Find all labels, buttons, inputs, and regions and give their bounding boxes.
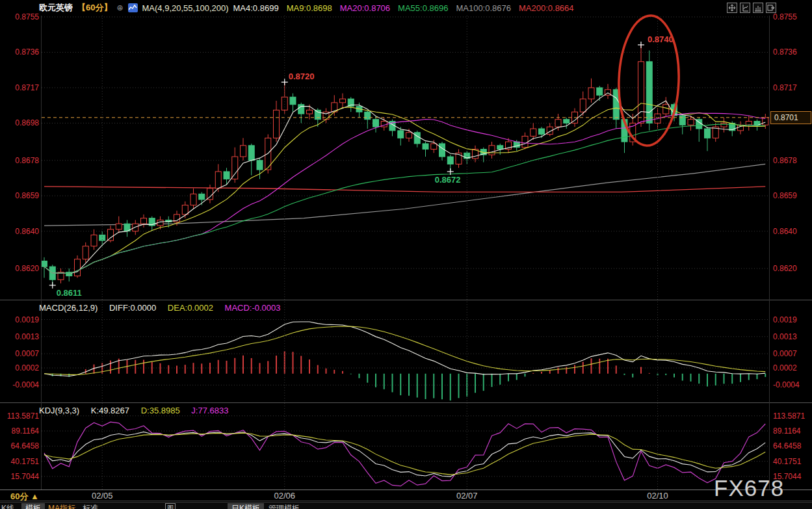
y-axis-tick: 89.1164 <box>773 426 811 436</box>
y-axis-tick: 0.8620 <box>1 264 39 273</box>
ma-value-label: MA55:0.8696 <box>398 3 448 13</box>
y-axis-tick: 0.0007 <box>1 349 39 358</box>
y-axis-tick: 0.8659 <box>1 191 39 200</box>
ma-value-label: MA100:0.8676 <box>456 3 511 13</box>
chart-type-icon[interactable] <box>128 3 138 12</box>
x-axis-scale-icon[interactable] <box>753 3 763 13</box>
kdj-k-value: K:49.8267 <box>91 406 129 415</box>
y-axis-tick: 0.0013 <box>1 332 39 341</box>
y-axis-tick: 0.0019 <box>773 315 811 324</box>
y-axis-tick: 0.8678 <box>773 156 811 165</box>
chart-toolbar <box>727 3 776 13</box>
x-axis: 60分 ▲ 02/0502/0602/0702/10 <box>0 491 812 501</box>
y-axis-tick: 0.8736 <box>773 47 811 57</box>
svg-text:0.8720: 0.8720 <box>289 72 315 81</box>
ma-values: MA4:0.8699MA9:0.8698MA20:0.8706MA55:0.86… <box>233 3 582 13</box>
kdj-title[interactable]: KDJ(9,3,3) <box>39 406 79 415</box>
bottom-toolbar-item[interactable]: MA指标 <box>48 503 75 509</box>
y-axis-tick: 40.1751 <box>1 457 39 466</box>
bottom-toolbar-item[interactable]: 标准 <box>83 503 98 509</box>
svg-text:0.8740: 0.8740 <box>648 34 674 44</box>
svg-text:0.8611: 0.8611 <box>57 288 82 298</box>
ma-value-label: MA20:0.8706 <box>340 3 390 13</box>
y-axis-tick: 0.8755 <box>773 12 811 21</box>
y-axis-tick: 0.8717 <box>1 83 39 92</box>
y-axis-tick: 113.5871 <box>1 411 39 421</box>
macd-header: MACD(26,12,9) DIFF:0.0000 DEA:0.0002 MAC… <box>39 303 290 313</box>
y-axis-tick: 89.1164 <box>1 426 39 436</box>
y-axis-tick: 0.8620 <box>773 264 811 273</box>
y-axis-tick: 64.6458 <box>773 441 811 450</box>
y-axis-tick: 15.7044 <box>773 472 811 481</box>
x-axis-date-label: 02/05 <box>92 491 113 501</box>
bottom-toolbar-item[interactable]: 管理模板 <box>268 503 300 509</box>
y-axis-tick: 0.8698 <box>1 118 39 127</box>
y-axis-tick: 0.8640 <box>1 227 39 236</box>
y-axis-tick: 0.8678 <box>1 156 39 165</box>
ma-value-label: MA4:0.8699 <box>233 3 279 13</box>
y-axis-tick: 0.0013 <box>773 332 811 341</box>
y-axis-tick: 0.8659 <box>773 191 811 200</box>
bottom-toolbar[interactable]: K线模板MA指标标准图日K模板管理模板 <box>0 502 812 509</box>
y-axis-tick: 113.5871 <box>773 411 811 421</box>
y-axis-tick: 0.0007 <box>773 349 811 358</box>
macd-macd-value: MACD:-0.0003 <box>225 303 281 313</box>
kdj-j-value: J:77.6833 <box>191 406 228 415</box>
y-axis-tick: 0.8755 <box>1 12 39 21</box>
y-axis-tick: -0.0004 <box>773 380 811 389</box>
macd-title[interactable]: MACD(26,12,9) <box>39 303 98 313</box>
symbol-title: 欧元英镑 <box>39 2 73 14</box>
bottom-toolbar-item[interactable]: 图 <box>165 503 176 509</box>
y-axis-scale-icon[interactable] <box>740 3 750 13</box>
chart-canvas[interactable]: 0.87200.87400.86720.8611 <box>0 0 812 509</box>
y-axis-tick: 40.1751 <box>773 457 811 466</box>
expand-icon[interactable]: ⊕ <box>116 3 123 12</box>
trading-chart-window: 0.87200.87400.86720.8611 欧元英镑 【60分】 ⊕ MA… <box>0 0 812 509</box>
bottom-toolbar-item[interactable]: 模板 <box>21 503 45 509</box>
pane-collapse-icon[interactable] <box>766 3 776 13</box>
chart-header: 欧元英镑 【60分】 ⊕ MA(4,9,20,55,100,200) MA4:0… <box>39 2 582 14</box>
period-arrow-icon: ▲ <box>31 491 39 501</box>
kdj-header: KDJ(9,3,3) K:49.8267 D:35.8985 J:77.6833 <box>39 406 237 415</box>
period-selector[interactable]: 【60分】 <box>77 2 112 14</box>
macd-diff-value: DIFF:0.0000 <box>109 303 156 313</box>
ma-settings-label[interactable]: MA(4,9,20,55,100,200) <box>142 3 229 13</box>
period-text: 60分 <box>10 491 28 501</box>
bottom-toolbar-item[interactable]: 日K模板 <box>228 503 264 509</box>
x-axis-date-label: 02/06 <box>274 491 295 501</box>
y-axis-tick: 0.8640 <box>773 227 811 236</box>
move-chart-icon[interactable] <box>727 3 737 13</box>
y-axis-tick: 0.0002 <box>773 363 811 372</box>
y-axis-tick: 15.7044 <box>1 472 39 481</box>
y-axis-tick: 64.6458 <box>1 441 39 450</box>
x-axis-date-label: 02/07 <box>456 491 478 501</box>
y-axis-tick: -0.0004 <box>1 380 39 389</box>
period-indicator[interactable]: 60分 ▲ <box>10 491 39 502</box>
ma-value-label: MA200:0.8664 <box>519 3 574 13</box>
y-axis-tick: 0.0019 <box>1 315 39 324</box>
y-axis-tick: 0.8717 <box>773 83 811 92</box>
x-axis-date-label: 02/10 <box>647 491 668 501</box>
bottom-toolbar-item[interactable]: K线 <box>1 503 14 509</box>
macd-dea-value: DEA:0.0002 <box>168 303 213 313</box>
ma-value-label: MA9:0.8698 <box>287 3 332 13</box>
y-axis-tick: 0.0002 <box>1 363 39 372</box>
svg-text:0.8672: 0.8672 <box>435 175 461 185</box>
kdj-d-value: D:35.8985 <box>141 406 180 415</box>
y-axis-tick: 0.8736 <box>1 47 39 57</box>
current-price-box: 0.8701 <box>770 111 811 124</box>
